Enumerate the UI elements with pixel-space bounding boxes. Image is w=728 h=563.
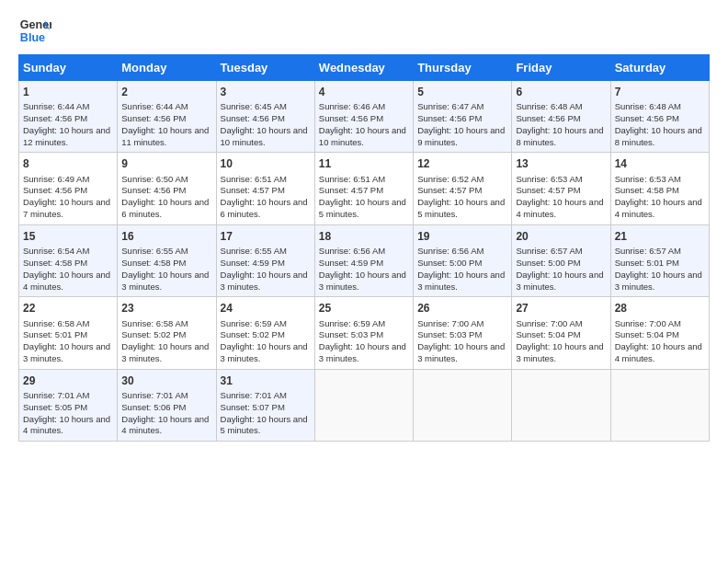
daylight-text: Daylight: 10 hours and 3 minutes. [516,341,603,363]
header-cell-thursday: Thursday [414,55,512,81]
sunrise-text: Sunrise: 6:52 AM [417,174,483,184]
day-number: 14 [615,156,705,171]
day-number: 5 [417,85,507,99]
sunset-text: Sunset: 5:01 PM [615,258,679,268]
sunset-text: Sunset: 5:02 PM [121,329,186,339]
calendar-cell: 26Sunrise: 7:00 AMSunset: 5:03 PMDayligh… [414,297,512,369]
day-number: 22 [23,301,113,316]
sunset-text: Sunset: 5:01 PM [23,329,87,339]
daylight-text: Daylight: 10 hours and 8 minutes. [615,125,702,147]
sunset-text: Sunset: 5:00 PM [417,258,482,268]
daylight-text: Daylight: 10 hours and 3 minutes. [319,270,406,292]
daylight-text: Daylight: 10 hours and 3 minutes. [516,270,603,292]
daylight-text: Daylight: 10 hours and 3 minutes. [121,341,209,363]
sunrise-text: Sunrise: 7:00 AM [516,318,582,328]
calendar-cell: 31Sunrise: 7:01 AMSunset: 5:07 PMDayligh… [216,369,314,441]
calendar-cell: 18Sunrise: 6:56 AMSunset: 4:59 PMDayligh… [314,224,413,296]
daylight-text: Daylight: 10 hours and 3 minutes. [23,341,110,363]
header: General Blue [18,14,710,47]
calendar-cell: 19Sunrise: 6:56 AMSunset: 5:00 PMDayligh… [414,224,512,296]
day-number: 9 [121,156,211,171]
calendar-cell: 8Sunrise: 6:49 AMSunset: 4:56 PMDaylight… [19,153,118,224]
sunset-text: Sunset: 4:56 PM [221,113,285,123]
calendar-cell: 24Sunrise: 6:59 AMSunset: 5:02 PMDayligh… [216,297,314,369]
calendar-cell: 4Sunrise: 6:46 AMSunset: 4:56 PMDaylight… [314,81,413,153]
day-number: 29 [23,373,113,388]
calendar-cell: 17Sunrise: 6:55 AMSunset: 4:59 PMDayligh… [216,224,314,296]
sunrise-text: Sunrise: 6:56 AM [417,246,483,256]
sunrise-text: Sunrise: 7:00 AM [615,318,681,328]
week-row-4: 22Sunrise: 6:58 AMSunset: 5:01 PMDayligh… [19,297,710,369]
sunrise-text: Sunrise: 6:46 AM [319,101,385,111]
day-number: 15 [23,229,113,244]
header-cell-sunday: Sunday [19,55,118,81]
sunset-text: Sunset: 4:57 PM [319,185,383,195]
day-number: 17 [221,229,311,244]
day-number: 20 [516,229,606,244]
calendar-cell: 5Sunrise: 6:47 AMSunset: 4:56 PMDaylight… [414,81,512,153]
calendar-cell: 30Sunrise: 7:01 AMSunset: 5:06 PMDayligh… [118,369,216,441]
daylight-text: Daylight: 10 hours and 10 minutes. [319,125,406,147]
sunset-text: Sunset: 4:57 PM [417,185,482,195]
day-number: 11 [319,156,409,171]
daylight-text: Daylight: 10 hours and 8 minutes. [516,125,603,147]
calendar-cell: 16Sunrise: 6:55 AMSunset: 4:58 PMDayligh… [118,224,216,296]
calendar-cell [314,369,413,441]
sunset-text: Sunset: 4:57 PM [221,185,285,195]
calendar-cell: 11Sunrise: 6:51 AMSunset: 4:57 PMDayligh… [314,153,413,224]
svg-text:Blue: Blue [20,31,45,44]
calendar-cell [512,369,610,441]
sunset-text: Sunset: 5:03 PM [417,329,482,339]
day-number: 24 [221,301,311,316]
daylight-text: Daylight: 10 hours and 3 minutes. [121,270,209,292]
sunset-text: Sunset: 4:56 PM [615,113,679,123]
header-cell-friday: Friday [512,55,610,81]
calendar-cell: 13Sunrise: 6:53 AMSunset: 4:57 PMDayligh… [512,153,610,224]
week-row-2: 8Sunrise: 6:49 AMSunset: 4:56 PMDaylight… [19,153,710,224]
daylight-text: Daylight: 10 hours and 4 minutes. [23,270,110,292]
week-row-3: 15Sunrise: 6:54 AMSunset: 4:58 PMDayligh… [19,224,710,296]
sunrise-text: Sunrise: 6:58 AM [23,318,89,328]
sunset-text: Sunset: 5:02 PM [221,329,285,339]
sunrise-text: Sunrise: 6:49 AM [23,174,89,184]
day-number: 2 [121,85,211,99]
day-number: 31 [221,373,311,388]
sunset-text: Sunset: 5:00 PM [516,258,580,268]
sunset-text: Sunset: 5:04 PM [615,329,679,339]
daylight-text: Daylight: 10 hours and 7 minutes. [23,197,110,219]
daylight-text: Daylight: 10 hours and 4 minutes. [121,414,209,436]
sunrise-text: Sunrise: 6:57 AM [516,246,582,256]
day-number: 28 [615,301,705,316]
day-number: 25 [319,301,409,316]
sunrise-text: Sunrise: 7:01 AM [221,390,287,400]
sunset-text: Sunset: 4:56 PM [23,185,87,195]
sunset-text: Sunset: 4:59 PM [221,258,285,268]
daylight-text: Daylight: 10 hours and 4 minutes. [516,197,603,219]
daylight-text: Daylight: 10 hours and 3 minutes. [221,341,308,363]
sunrise-text: Sunrise: 6:45 AM [221,101,287,111]
week-row-1: 1Sunrise: 6:44 AMSunset: 4:56 PMDaylight… [19,81,710,153]
day-number: 12 [417,156,507,171]
sunset-text: Sunset: 4:58 PM [615,185,679,195]
daylight-text: Daylight: 10 hours and 5 minutes. [221,414,308,436]
daylight-text: Daylight: 10 hours and 4 minutes. [615,197,702,219]
day-number: 16 [121,229,211,244]
sunrise-text: Sunrise: 7:00 AM [417,318,483,328]
day-number: 30 [121,373,211,388]
day-number: 13 [516,156,606,171]
calendar-cell: 20Sunrise: 6:57 AMSunset: 5:00 PMDayligh… [512,224,610,296]
day-number: 19 [417,229,507,244]
sunrise-text: Sunrise: 6:53 AM [615,174,681,184]
day-number: 3 [221,85,311,99]
header-cell-tuesday: Tuesday [216,55,314,81]
calendar-cell: 3Sunrise: 6:45 AMSunset: 4:56 PMDaylight… [216,81,314,153]
day-number: 6 [516,85,606,99]
sunrise-text: Sunrise: 6:51 AM [319,174,385,184]
daylight-text: Daylight: 10 hours and 10 minutes. [221,125,308,147]
calendar-cell: 10Sunrise: 6:51 AMSunset: 4:57 PMDayligh… [216,153,314,224]
sunset-text: Sunset: 4:56 PM [516,113,580,123]
calendar-cell: 1Sunrise: 6:44 AMSunset: 4:56 PMDaylight… [19,81,118,153]
logo-icon: General Blue [18,14,51,47]
day-number: 1 [23,85,113,99]
daylight-text: Daylight: 10 hours and 6 minutes. [121,197,209,219]
